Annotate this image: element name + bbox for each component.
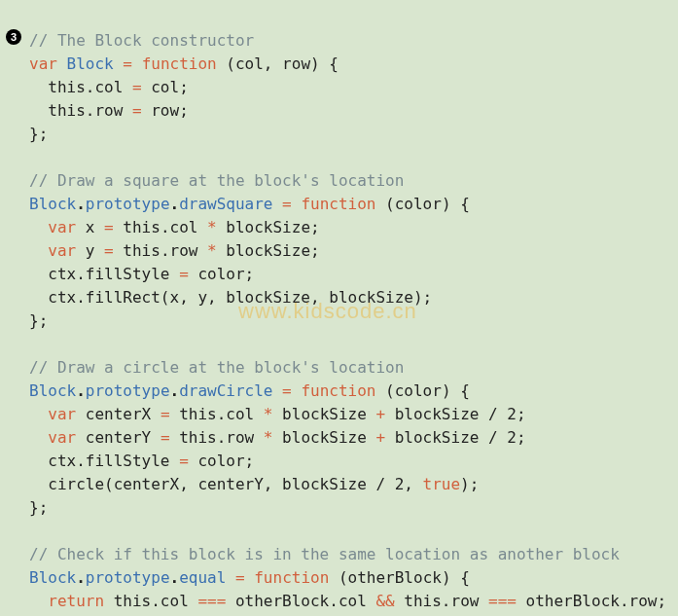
op-plus: + — [375, 428, 394, 447]
code-text: }; — [29, 311, 48, 330]
op-eq: = — [104, 218, 123, 236]
op-eq: = — [179, 452, 197, 470]
op-plus: + — [375, 405, 394, 423]
code-text: this.row — [179, 428, 264, 447]
op-mul: * — [207, 241, 226, 260]
code-text: ); — [460, 475, 479, 493]
ident-block: Block — [29, 195, 76, 213]
ident-prototype: prototype — [86, 381, 170, 400]
code-text: .row — [86, 101, 132, 120]
ident-method: drawCircle — [179, 381, 272, 400]
op-eq: = — [132, 101, 151, 120]
op-eqeq: === — [197, 592, 235, 610]
code-text: this.col — [123, 218, 207, 236]
kw-function: function — [301, 381, 375, 400]
code-text: .col — [86, 78, 132, 96]
code-text: otherBlock.row; — [526, 592, 667, 610]
ident-prototype: prototype — [86, 195, 170, 213]
code-text: row; — [151, 101, 189, 120]
code-text: x — [76, 218, 104, 236]
code-text: ctx.fillStyle — [29, 265, 179, 283]
code-text: col; — [151, 78, 189, 96]
op-eq: = — [272, 195, 301, 213]
code-text: y — [76, 241, 104, 260]
comment-line: // The Block constructor — [29, 31, 254, 50]
code-text: this.col — [179, 405, 264, 423]
code-text: }; — [29, 498, 48, 517]
kw-function: function — [142, 54, 217, 73]
op-eq: = — [114, 54, 142, 73]
code-text: this — [29, 78, 86, 96]
code-block: // The Block constructor var Block = fun… — [0, 0, 678, 616]
code-text: blockSize; — [226, 241, 319, 260]
op-eq: = — [132, 78, 151, 96]
comment-line: // Check if this block is in the same lo… — [29, 545, 620, 563]
op-mul: * — [264, 428, 282, 447]
ident-prototype: prototype — [86, 568, 170, 587]
code-text: this.row — [123, 241, 207, 260]
ident-method: equal — [179, 568, 226, 587]
code-text: blockSize — [282, 405, 375, 423]
dot: . — [170, 568, 180, 587]
code-text: centerY — [76, 428, 161, 447]
dot: . — [170, 195, 180, 213]
op-eq: = — [226, 568, 254, 587]
dot: . — [170, 381, 180, 400]
dot: . — [76, 195, 86, 213]
code-text: blockSize — [282, 428, 375, 447]
kw-var: var — [29, 218, 76, 236]
code-text: centerX — [76, 405, 161, 423]
kw-var: var — [29, 54, 57, 73]
code-text: blockSize / 2; — [395, 428, 526, 447]
kw-true: true — [423, 475, 461, 493]
code-text: blockSize; — [226, 218, 319, 236]
code-text: color; — [197, 265, 254, 283]
kw-return: return — [29, 592, 104, 610]
code-text: otherBlock.col — [235, 592, 376, 610]
code-text: ctx.fillRect(x, y, blockSize, blockSize)… — [29, 288, 432, 307]
ident-block: Block — [67, 54, 114, 73]
code-text: ctx.fillStyle — [29, 452, 179, 470]
code-text: color; — [197, 452, 254, 470]
op-eq: = — [161, 428, 179, 447]
op-and: && — [375, 592, 404, 610]
dot: . — [76, 381, 86, 400]
ident-block: Block — [29, 381, 76, 400]
code-text: circle(centerX, centerY, blockSize / 2, — [29, 475, 423, 493]
code-text: (col, row) { — [217, 54, 339, 73]
code-text: (color) { — [375, 381, 469, 400]
op-eq: = — [272, 381, 301, 400]
op-mul: * — [207, 218, 226, 236]
comment-line: // Draw a square at the block's location — [29, 171, 404, 190]
kw-var: var — [29, 405, 76, 423]
op-eq: = — [161, 405, 179, 423]
code-text: (otherBlock) { — [329, 568, 470, 587]
op-eq: = — [104, 241, 123, 260]
comment-line: // Draw a circle at the block's location — [29, 358, 404, 377]
code-text: this.col — [104, 592, 197, 610]
code-text: }; — [29, 125, 48, 143]
op-mul: * — [264, 405, 282, 423]
op-eqeq: === — [488, 592, 526, 610]
code-text: blockSize / 2; — [395, 405, 526, 423]
dot: . — [76, 568, 86, 587]
code-text: this — [29, 101, 86, 120]
op-eq: = — [179, 265, 197, 283]
code-text: this.row — [404, 592, 488, 610]
code-text: (color) { — [375, 195, 469, 213]
ident-block: Block — [29, 568, 76, 587]
ident-method: drawSquare — [179, 195, 272, 213]
kw-var: var — [29, 241, 76, 260]
kw-function: function — [254, 568, 329, 587]
kw-function: function — [301, 195, 375, 213]
kw-var: var — [29, 428, 76, 447]
